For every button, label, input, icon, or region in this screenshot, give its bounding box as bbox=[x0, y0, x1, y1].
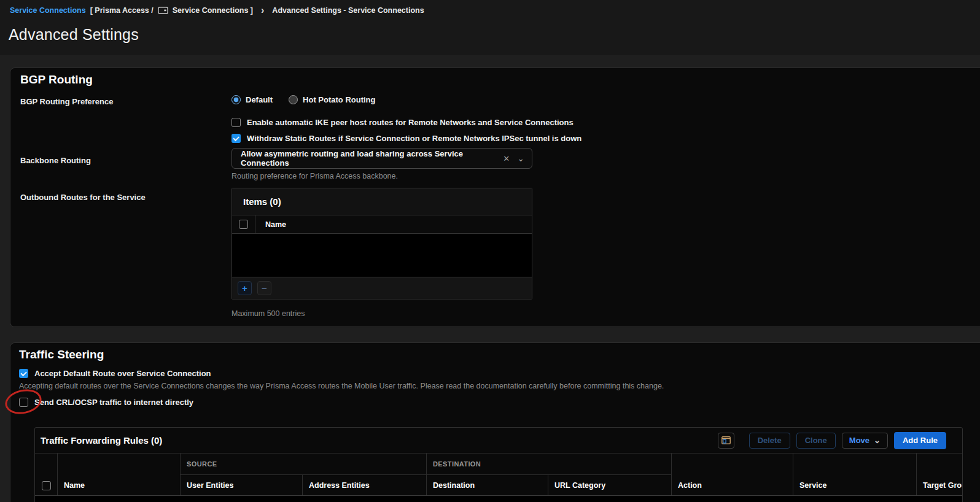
accept-default-route-checkbox[interactable] bbox=[19, 369, 28, 378]
accept-default-route-label: Accept Default Route over Service Connec… bbox=[34, 369, 211, 378]
column-header-name: Name bbox=[57, 454, 180, 495]
checkbox-row-ike-peer-host-routes[interactable]: Enable automatic IKE peer host routes fo… bbox=[231, 118, 574, 127]
breadcrumb-context-item: Service Connections ] bbox=[173, 6, 253, 15]
column-header-destination: Destination bbox=[426, 475, 548, 495]
move-button[interactable]: Move ⌄ bbox=[842, 433, 888, 449]
column-group-destination: DESTINATION bbox=[426, 454, 671, 475]
radio-hot-potato-routing[interactable]: Hot Potato Routing bbox=[289, 95, 375, 104]
items-table-empty-body bbox=[232, 234, 532, 277]
backbone-routing-label: Backbone Routing bbox=[20, 156, 91, 165]
items-name-column-header: Name bbox=[255, 220, 286, 229]
columns-icon bbox=[721, 436, 731, 444]
outbound-routes-items-table: Items (0) Name + − bbox=[231, 188, 532, 299]
checkbox-row-accept-default-route[interactable]: Accept Default Route over Service Connec… bbox=[19, 369, 211, 378]
column-selector-button[interactable] bbox=[718, 433, 734, 449]
rules-select-all-cell bbox=[35, 454, 57, 495]
traffic-steering-heading: Traffic Steering bbox=[19, 348, 104, 361]
chevron-down-icon[interactable]: ⌄ bbox=[517, 156, 524, 161]
ike-peer-host-routes-checkbox[interactable] bbox=[231, 118, 241, 127]
traffic-forwarding-rules-title: Traffic Forwarding Rules (0) bbox=[41, 435, 162, 446]
page-title: Advanced Settings bbox=[9, 26, 139, 44]
remove-item-button[interactable]: − bbox=[257, 281, 271, 295]
radio-hot-potato-control[interactable] bbox=[289, 95, 298, 104]
rules-table-empty-body bbox=[35, 496, 963, 502]
traffic-forwarding-rules-panel: Traffic Forwarding Rules (0) Delete Clon… bbox=[34, 427, 963, 502]
radio-default[interactable]: Default bbox=[231, 95, 273, 104]
bgp-routing-preference-radiogroup: Default Hot Potato Routing bbox=[231, 95, 375, 104]
bgp-routing-heading: BGP Routing bbox=[20, 73, 93, 87]
add-rule-button[interactable]: Add Rule bbox=[894, 432, 946, 449]
outbound-routes-label: Outbound Routes for the Service bbox=[20, 193, 146, 202]
items-max-entries-note: Maximum 500 entries bbox=[231, 309, 305, 318]
items-select-all-checkbox[interactable] bbox=[239, 220, 248, 229]
radio-default-control[interactable] bbox=[231, 95, 241, 104]
chevron-right-icon: › bbox=[261, 6, 264, 15]
items-table-title: Items (0) bbox=[232, 188, 532, 215]
column-header-service: Service bbox=[793, 454, 916, 495]
send-crl-ocsp-checkbox[interactable] bbox=[19, 398, 28, 407]
panel-icon bbox=[158, 7, 168, 14]
breadcrumb: Service Connections [ Prisma Access / Se… bbox=[10, 6, 424, 15]
radio-hot-potato-label: Hot Potato Routing bbox=[303, 95, 375, 104]
bgp-routing-card: BGP Routing BGP Routing Preference Defau… bbox=[10, 68, 980, 327]
breadcrumb-current: Advanced Settings - Service Connections bbox=[272, 6, 424, 15]
send-crl-ocsp-label: Send CRL/OCSP traffic to internet direct… bbox=[34, 398, 193, 407]
column-header-user-entities: User Entities bbox=[180, 475, 302, 495]
clear-selection-icon[interactable]: ✕ bbox=[503, 154, 510, 163]
rules-toolbar: Traffic Forwarding Rules (0) Delete Clon… bbox=[35, 428, 962, 454]
items-table-footer: + − bbox=[232, 277, 532, 299]
withdraw-static-routes-checkbox[interactable] bbox=[231, 134, 241, 143]
ike-peer-host-routes-label: Enable automatic IKE peer host routes fo… bbox=[247, 118, 574, 127]
bgp-routing-preference-label: BGP Routing Preference bbox=[20, 97, 113, 106]
rules-table-header: Name SOURCE DESTINATION Action Service T… bbox=[35, 454, 963, 496]
radio-default-label: Default bbox=[246, 95, 273, 104]
delete-button[interactable]: Delete bbox=[749, 433, 790, 449]
checkbox-row-withdraw-static-routes[interactable]: Withdraw Static Routes if Service Connec… bbox=[231, 134, 581, 143]
page-header: Service Connections [ Prisma Access / Se… bbox=[0, 0, 980, 55]
withdraw-static-routes-label: Withdraw Static Routes if Service Connec… bbox=[247, 134, 581, 143]
accept-default-route-help-text: Accepting default routes over the Servic… bbox=[19, 382, 664, 390]
clone-button[interactable]: Clone bbox=[796, 433, 836, 449]
chevron-down-icon: ⌄ bbox=[874, 438, 881, 443]
traffic-steering-card: Traffic Steering Accept Default Route ov… bbox=[10, 342, 980, 502]
column-header-action: Action bbox=[671, 454, 793, 495]
add-item-button[interactable]: + bbox=[238, 281, 252, 295]
column-header-address-entities: Address Entities bbox=[302, 475, 426, 495]
items-table-header: Name bbox=[232, 215, 532, 234]
column-group-source: SOURCE bbox=[180, 454, 426, 475]
breadcrumb-link-service-connections[interactable]: Service Connections bbox=[10, 6, 86, 15]
backbone-routing-select[interactable]: Allow asymmetric routing and load sharin… bbox=[231, 148, 532, 169]
backbone-routing-help-text: Routing preference for Prisma Access bac… bbox=[231, 172, 398, 180]
breadcrumb-context-prefix: [ Prisma Access / bbox=[90, 6, 154, 15]
column-header-url-category: URL Category bbox=[548, 475, 671, 495]
rules-select-all-checkbox[interactable] bbox=[42, 481, 51, 490]
move-button-label: Move bbox=[849, 436, 869, 445]
items-select-all-cell bbox=[232, 215, 255, 233]
checkbox-row-send-crl-ocsp[interactable]: Send CRL/OCSP traffic to internet direct… bbox=[19, 398, 193, 407]
column-header-target-group: Target Group bbox=[916, 454, 963, 495]
backbone-routing-selected-value: Allow asymmetric routing and load sharin… bbox=[241, 149, 503, 168]
